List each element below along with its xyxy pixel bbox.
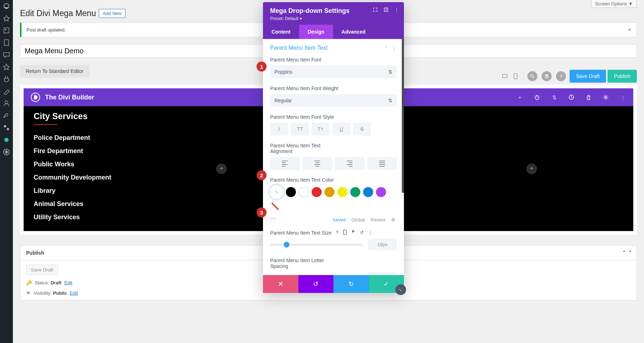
history-icon[interactable] [568,94,575,101]
svg-rect-16 [343,230,347,234]
menu-icon[interactable]: ⋮ [368,230,373,236]
plugins-icon[interactable] [0,73,13,85]
delete-icon[interactable] [585,94,592,101]
svg-point-10 [531,74,533,77]
divi-logo-icon[interactable] [0,146,13,158]
add-module-button[interactable]: + [216,163,227,174]
add-module-button[interactable]: + [526,163,537,174]
mobile-icon[interactable] [511,72,520,80]
gear-icon[interactable] [602,94,609,101]
svg-rect-5 [7,128,9,130]
smallcaps-button[interactable]: Tᴛ [312,123,330,136]
edit-visibility-link[interactable]: Edit [70,290,78,296]
more-colors-button[interactable] [270,218,280,219]
status-value: Draft [50,280,61,285]
uppercase-button[interactable]: TT [291,123,309,136]
pin2-icon[interactable] [0,61,13,73]
tab-recent[interactable]: Recent [371,217,385,222]
divi-icon[interactable] [0,134,13,146]
publish-button[interactable]: Publish [608,70,637,83]
color-swatch[interactable] [299,187,309,197]
layers-icon[interactable] [542,71,552,81]
color-swatch[interactable] [350,187,360,197]
weight-select[interactable]: Regular⇅ [270,94,397,107]
chevron-up-icon[interactable]: ˄ [385,45,387,51]
eye-icon: 👁 [26,290,31,296]
color-swatch-none[interactable] [270,201,280,211]
hover-icon[interactable] [351,230,356,236]
settings-icon[interactable] [0,122,13,134]
tab-saved[interactable]: Saved [332,217,346,222]
power-icon[interactable] [534,94,540,101]
text-size-slider[interactable] [270,244,362,246]
align-right-button[interactable] [335,157,365,170]
appearance-icon[interactable] [0,85,13,97]
menu-icon[interactable]: ⋮ [392,45,397,51]
color-swatch-active[interactable]: ✎ [270,186,283,199]
users-icon[interactable] [0,97,13,109]
color-swatch[interactable] [325,187,335,197]
chevron-down-icon[interactable]: ˅ [629,250,631,256]
add-icon[interactable]: + [517,94,523,101]
list-item: Utility Services [34,211,217,224]
edit-status-link[interactable]: Edit [64,280,72,285]
preview-section-title: City Services [24,106,227,121]
list-item: Library [34,184,217,197]
media-icon[interactable] [0,24,13,36]
color-swatch[interactable] [337,187,347,197]
help-icon[interactable]: ? [336,230,338,236]
save-draft-button[interactable]: Save Draft [570,70,606,83]
tools-icon[interactable] [0,109,13,122]
responsive-icon[interactable] [343,230,347,236]
save-draft-button-small[interactable]: Save Draft [26,265,58,275]
settings-section-title[interactable]: Parent Menu Item Text [270,45,328,51]
font-label: Parent Menu Item Font [270,57,397,63]
weight-label: Parent Menu Item Font Weight [270,85,397,91]
font-select[interactable]: Poppins⇅ [270,65,397,78]
fullscreen-icon[interactable] [373,7,378,13]
pages-icon[interactable] [0,36,13,49]
return-editor-button[interactable]: Return To Standard Editor [20,65,89,78]
strikethrough-button[interactable]: S [353,123,371,136]
settings-preset[interactable]: Preset: Default▾ [270,16,397,21]
redo-button[interactable]: ↻ [333,275,369,293]
menu-icon[interactable]: ⋮ [620,94,626,101]
add-new-button[interactable]: Add New [99,9,126,18]
sort-icon[interactable]: ⇅ [551,94,557,101]
desktop-icon[interactable] [501,72,509,80]
color-swatch[interactable] [363,187,373,197]
snap-icon[interactable] [384,7,389,13]
color-swatch[interactable] [376,187,386,197]
dashboard-icon[interactable] [0,0,13,12]
tab-content[interactable]: Content [263,25,299,39]
undo-button[interactable]: ↺ [298,275,334,293]
letter-spacing-value[interactable]: 0px [368,272,397,275]
visibility-label: Visibility: [34,290,52,296]
italic-button[interactable]: I [270,123,288,136]
help-icon[interactable]: ? [556,71,566,81]
chevron-up-icon[interactable]: ˄ [623,250,625,256]
align-center-button[interactable] [303,157,332,170]
search-icon[interactable] [527,71,537,81]
menu-icon[interactable]: ⋮ [394,7,399,13]
scrollbar[interactable] [402,39,404,193]
pin-icon[interactable] [0,12,13,24]
align-justify-button[interactable] [367,157,397,170]
color-swatch[interactable] [286,187,296,197]
cancel-button[interactable]: ✕ [263,275,298,293]
gear-icon[interactable]: ⚙ [391,217,395,222]
screen-options-toggle[interactable]: Screen Options ▼ [591,0,637,8]
tab-global[interactable]: Global [351,217,365,222]
title-underline [34,124,57,125]
status-label: Status: [35,280,49,285]
text-size-value[interactable]: 18px [368,239,397,250]
underline-button[interactable]: U [332,123,350,136]
tab-advanced[interactable]: Advanced [333,25,374,39]
align-label: Parent Menu Item Text Alignment [270,143,335,154]
color-swatch[interactable] [312,187,322,197]
tab-design[interactable]: Design [299,25,333,39]
align-left-button[interactable] [270,157,300,170]
reset-icon[interactable]: ↺ [360,230,364,236]
dismiss-icon[interactable]: ✕ [626,26,633,34]
comments-icon[interactable] [0,49,13,61]
